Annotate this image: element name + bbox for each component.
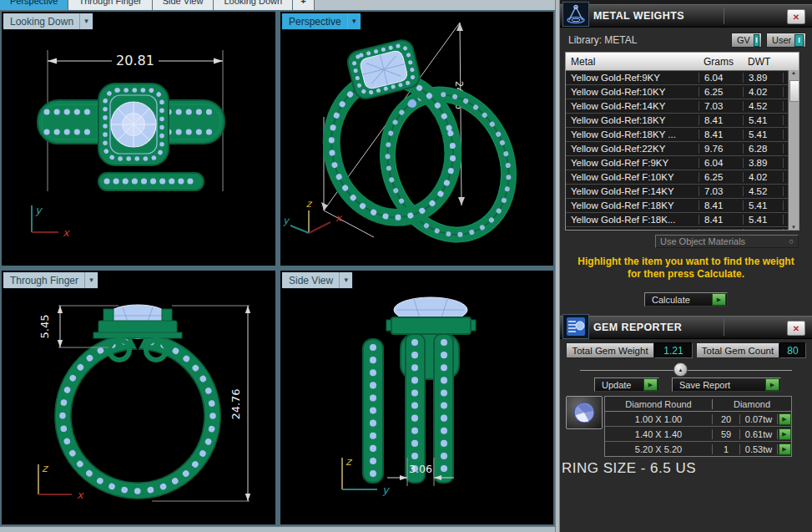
play-icon: ▶ (712, 293, 726, 306)
table-row[interactable]: Yellow Gold-Ref:22KY9.766.28 (566, 142, 799, 156)
table-row[interactable]: Yellow Gold-Ref F:18KY8.415.41 (566, 199, 799, 213)
chevron-down-icon[interactable]: ▾ (347, 13, 361, 29)
axis-x-label: x (335, 212, 343, 224)
dim-head-height: 5.45 (38, 315, 51, 339)
ring-perspective-drawing: 5.45 24.76 (280, 12, 553, 266)
tab-through-finger[interactable]: Through Finger (68, 0, 152, 10)
viewport-label-through-finger[interactable]: Through Finger ▾ (3, 272, 98, 288)
cell-dwt: 3.89 (744, 73, 784, 83)
metal-table-header: Metal Grams DWT (566, 53, 799, 71)
total-gem-count-value: 80 (779, 342, 806, 358)
viewport-through-finger[interactable]: Through Finger ▾ (2, 271, 275, 524)
chevron-down-icon[interactable]: ▾ (339, 272, 352, 288)
gem-shape-column: Diamond Round (605, 399, 713, 409)
table-row[interactable]: Yellow Gold-Ref:18KY8.415.41 (566, 114, 799, 128)
viewport-label-perspective[interactable]: Perspective ▾ (282, 13, 361, 29)
viewport-side-view[interactable]: Side View ▾ (280, 271, 553, 524)
cell-metal: Yellow Gold-Ref F:22KY (566, 229, 699, 231)
table-row[interactable]: Yellow Gold-Ref F:22KY9.766.28 (566, 227, 799, 231)
viewport-label-side-view[interactable]: Side View ▾ (282, 272, 352, 288)
axis-z-label: z (345, 455, 353, 468)
cell-dwt: 4.02 (744, 172, 784, 182)
cell-metal: Yellow Gold-Ref F:14KY (566, 186, 699, 196)
gem-slider-handle[interactable]: ▲ (673, 362, 688, 377)
gem-row[interactable]: 5.20 X 5.20 1 0.53tw ▶ (605, 442, 791, 456)
update-button[interactable]: Update ▶ (594, 377, 659, 392)
add-viewport-tab[interactable]: + (293, 0, 314, 10)
user-toggle-button[interactable]: User I (766, 33, 806, 48)
total-gem-count-label: Total Gem Count (696, 342, 779, 358)
viewport-looking-down[interactable]: Looking Down ▾ 20.81 (2, 12, 275, 266)
matrix-cad-window: Perspective Through Finger Side View Loo… (0, 0, 812, 532)
tab-side-view[interactable]: Side View (153, 0, 214, 10)
cell-dwt: 4.02 (744, 87, 784, 97)
tab-perspective[interactable]: Perspective (0, 0, 68, 10)
viewport-label-text: Perspective (289, 16, 341, 28)
cell-grams: 6.04 (699, 158, 744, 168)
gem-weight: 0.07tw (740, 414, 778, 424)
calculate-button[interactable]: Calculate ▶ (644, 292, 728, 307)
radio-icon[interactable]: ○ (789, 237, 794, 246)
play-icon[interactable]: ▶ (779, 428, 791, 440)
save-report-button[interactable]: Save Report ▶ (672, 377, 781, 392)
gem-weight: 0.53tw (740, 444, 778, 454)
chevron-down-icon[interactable]: ▾ (79, 13, 93, 29)
axis-y-label: y (382, 484, 391, 496)
table-row[interactable]: Yellow Gold-Ref F:10KY6.254.02 (566, 170, 799, 185)
cell-metal: Yellow Gold-Ref:18KY ... (566, 129, 699, 139)
table-row[interactable]: Yellow Gold-Ref F:9KY6.043.89 (566, 156, 799, 170)
cell-grams: 6.04 (699, 73, 744, 83)
close-icon[interactable]: ✕ (787, 321, 805, 336)
metal-weights-table: Metal Grams DWT Yellow Gold-Ref:9KY6.043… (565, 52, 799, 231)
table-row[interactable]: Yellow Gold-Ref:10KY6.254.02 (566, 85, 799, 99)
table-scrollbar[interactable]: ▲ ▼ (788, 70, 799, 230)
use-object-materials-button[interactable]: Use Object Materials ○ (655, 235, 799, 248)
cell-metal: Yellow Gold-Ref F:10KY (566, 172, 699, 182)
table-row[interactable]: Yellow Gold-Ref F:14KY7.034.52 (566, 185, 799, 199)
cell-dwt: 4.52 (744, 186, 784, 196)
calculate-instruction: Highlight the item you want to find the … (560, 256, 812, 281)
scrollbar-thumb[interactable] (789, 80, 799, 102)
user-toggle-indicator[interactable]: I (794, 34, 804, 47)
table-row[interactable]: Yellow Gold-Ref:9KY6.043.89 (566, 71, 799, 85)
play-icon: ▶ (765, 378, 779, 391)
cell-grams: 8.41 (699, 200, 744, 210)
viewport-label-looking-down[interactable]: Looking Down ▾ (3, 13, 93, 29)
viewport-label-text: Side View (289, 275, 333, 286)
gem-row[interactable]: 1.40 X 1.40 59 0.61tw ▶ (605, 427, 791, 442)
gem-row[interactable]: 1.00 X 1.00 20 0.07tw ▶ (605, 412, 791, 427)
scroll-up-icon[interactable]: ▲ (791, 70, 796, 75)
cell-grams: 6.25 (699, 87, 744, 97)
ring-front-view-drawing: 5.45 24.76 z x (2, 271, 275, 524)
table-row[interactable]: Yellow Gold-Ref:18KY ...8.415.41 (566, 128, 799, 142)
cell-grams: 8.41 (699, 129, 744, 139)
table-row[interactable]: Yellow Gold-Ref:14KY7.034.52 (566, 99, 799, 114)
table-row[interactable]: Yellow Gold-Ref F:18K...8.415.41 (566, 213, 799, 227)
axis-y-label: y (35, 204, 43, 216)
scroll-down-icon[interactable]: ▼ (791, 225, 796, 230)
column-dwt: DWT (748, 56, 799, 68)
gem-report-table: Diamond Round Diamond 1.00 X 1.00 20 0.0… (604, 396, 792, 457)
gem-type-column: Diamond (713, 399, 791, 409)
gv-toggle-indicator[interactable]: I (754, 34, 759, 47)
total-gem-weight-label: Total Gem Weight (566, 342, 654, 358)
cell-metal: Yellow Gold-Ref F:18K... (566, 215, 699, 225)
cell-metal: Yellow Gold-Ref:9KY (566, 73, 699, 83)
dim-outer-height: 24.76 (229, 388, 242, 419)
gem-reporter-title: GEM REPORTER (593, 322, 682, 333)
column-metal: Metal (566, 56, 704, 68)
gem-thumbnail[interactable] (566, 396, 603, 429)
gv-toggle-button[interactable]: GV I (731, 33, 762, 48)
viewport-label-text: Through Finger (10, 275, 78, 286)
viewport-perspective[interactable]: Perspective ▾ 5.45 24.76 (280, 12, 553, 266)
metal-weights-scale-icon (562, 2, 589, 27)
total-gem-weight-value: 1.21 (654, 342, 693, 358)
tab-looking-down[interactable]: Looking Down (214, 0, 293, 10)
chevron-down-icon[interactable]: ▾ (84, 272, 98, 288)
play-icon[interactable]: ▶ (779, 413, 791, 425)
play-icon[interactable]: ▶ (779, 443, 791, 455)
close-icon[interactable]: ✕ (787, 9, 805, 24)
save-report-label: Save Report (679, 380, 730, 390)
column-grams: Grams (704, 56, 748, 68)
axis-x-label: x (77, 489, 84, 501)
